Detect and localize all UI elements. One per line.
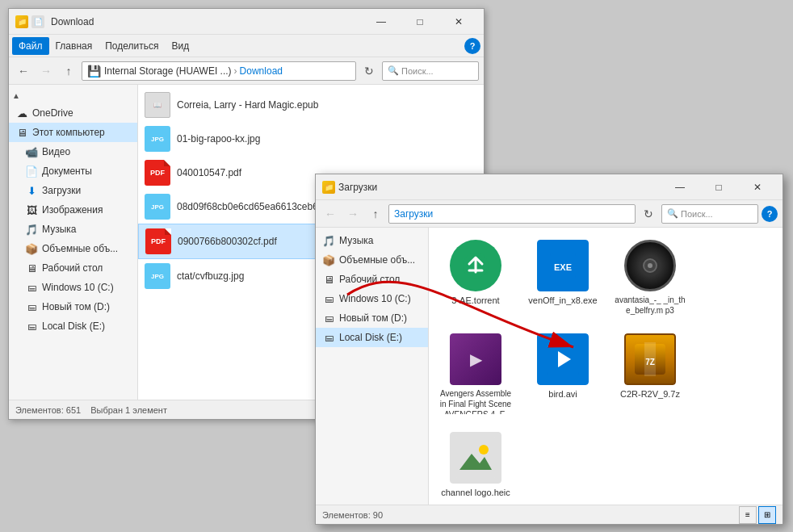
avi-icon xyxy=(537,333,589,385)
search-icon-2: 🔍 xyxy=(667,208,678,219)
sidebar2-e[interactable]: 🖴 Local Disk (E:) xyxy=(316,328,428,347)
close-btn-1[interactable]: ✕ xyxy=(440,10,477,34)
pdf1-file-icon: PDF xyxy=(145,160,170,186)
minimize-btn-1[interactable]: — xyxy=(363,10,400,34)
back-btn-2[interactable]: ← xyxy=(321,204,340,224)
grid-item-video[interactable]: Avengers Assemble in Final Fight Scene -… xyxy=(435,328,516,420)
sidebar2-desktop[interactable]: 🖥 Рабочий стол xyxy=(316,270,428,289)
sidebar2-label-music: Музыка xyxy=(339,235,373,246)
grid-item-rar[interactable]: 7Z C2R-R2V_9.7z xyxy=(610,328,690,420)
menu-bar-1: Файл Главная Поделиться Вид ? xyxy=(9,35,484,57)
up-btn-1[interactable]: ↑ xyxy=(59,61,78,81)
menu-home[interactable]: Главная xyxy=(49,37,99,55)
grid-view-btn[interactable]: ⊞ xyxy=(758,506,776,524)
search-box-2[interactable]: 🔍 Поиск... xyxy=(661,204,758,224)
list-view-btn[interactable]: ≡ xyxy=(739,506,757,524)
docs-icon: 📄 xyxy=(25,165,38,178)
sidebar-video[interactable]: 📹 Видео xyxy=(9,142,137,161)
sidebar-label-docs: Документы xyxy=(42,165,92,177)
sidebar-d-drive[interactable]: 🖴 Новый том (D:) xyxy=(9,297,137,316)
menu-view[interactable]: Вид xyxy=(165,37,195,55)
sidebar2-d[interactable]: 🖴 Новый том (D:) xyxy=(316,308,428,328)
sidebar-label-desktop: Рабочий стол xyxy=(42,262,103,274)
sidebar2-c[interactable]: 🖴 Windows 10 (C:) xyxy=(316,289,428,308)
epub-file-icon: 📖 xyxy=(145,92,170,118)
sidebar-downloads[interactable]: ⬇ Загрузки xyxy=(9,181,137,200)
grid-item-mp3[interactable]: avantasia_-_ _in_the_belfry.m p3 xyxy=(610,234,690,321)
status-bar-2: Элементов: 90 ≡ ⊞ xyxy=(316,505,783,524)
help-btn-1[interactable]: ? xyxy=(464,38,480,54)
sidebar-label-d: Новый том (D:) xyxy=(42,301,110,312)
view-toggle-2: ≡ ⊞ xyxy=(739,506,776,524)
svg-text:7Z: 7Z xyxy=(645,358,655,367)
minimize-btn-2[interactable]: — xyxy=(661,175,699,199)
address-path-1[interactable]: 💾 Internal Storage (HUAWEI ...) › Downlo… xyxy=(82,61,356,81)
help-btn-2[interactable]: ? xyxy=(762,206,778,222)
address-bar-1: ← → ↑ 💾 Internal Storage (HUAWEI ...) › … xyxy=(9,57,484,85)
status-selected-1: Выбран 1 элемент xyxy=(90,405,167,415)
sidebar-images[interactable]: 🖼 Изображения xyxy=(9,200,137,220)
forward-btn-2[interactable]: → xyxy=(343,204,363,224)
file-item-epub[interactable]: 📖 Correia, Larry - Hard Magic.epub xyxy=(138,88,484,122)
forward-btn-1[interactable]: → xyxy=(36,61,56,81)
refresh-btn-2[interactable]: ↻ xyxy=(639,204,658,224)
window2-controls: — □ ✕ xyxy=(661,175,776,199)
refresh-btn-1[interactable]: ↻ xyxy=(359,61,379,81)
sidebar-e-drive[interactable]: 🖴 Local Disk (E:) xyxy=(9,316,137,336)
search-box-1[interactable]: 🔍 Поиск... xyxy=(382,61,479,81)
grid-item-exe[interactable]: EXE venOff_in_x8.exe xyxy=(522,234,603,321)
d-icon-2: 🖴 xyxy=(322,312,335,325)
sidebar-computer[interactable]: 🖥 Этот компьютер xyxy=(9,123,137,142)
menu-file[interactable]: Файл xyxy=(12,37,49,55)
file-name-epub: Correia, Larry - Hard Magic.epub xyxy=(177,99,318,111)
sidebar-docs[interactable]: 📄 Документы xyxy=(9,161,137,181)
address-path-2[interactable]: Загрузки xyxy=(388,204,636,224)
path-w2: Загрузки xyxy=(394,208,433,220)
3d-icon: 📦 xyxy=(25,242,38,255)
maximize-btn-1[interactable]: □ xyxy=(401,10,438,34)
torrent-icon xyxy=(450,240,501,291)
storage-icon: 💾 xyxy=(87,65,101,77)
back-btn-1[interactable]: ← xyxy=(14,61,33,81)
sidebar2-music[interactable]: 🎵 Музыка xyxy=(316,231,428,250)
sidebar-onedrive[interactable]: ☁ OneDrive xyxy=(9,103,137,123)
grid-item-heic[interactable]: channel logo.heic xyxy=(435,426,516,504)
sidebar-1: ▲ ☁ OneDrive 🖥 Этот компьютер 📹 Видео 📄 … xyxy=(9,85,138,400)
sidebar-music[interactable]: 🎵 Музыка xyxy=(9,220,137,239)
status-count-2: Элементов: 90 xyxy=(322,510,383,520)
grid-label-video: Avengers Assemble in Final Fight Scene -… xyxy=(439,388,512,414)
menu-share[interactable]: Поделиться xyxy=(99,37,165,55)
sidebar-expand-arrow[interactable]: ▲ xyxy=(9,88,137,103)
svg-rect-8 xyxy=(455,438,496,478)
e-icon-2: 🖴 xyxy=(322,331,335,344)
pdf2-file-icon: PDF xyxy=(145,228,171,254)
window1-controls: — □ ✕ xyxy=(363,10,477,34)
grid-item-torrent[interactable]: 3-AE.torrent xyxy=(435,234,516,321)
sidebar-label-music: Музыка xyxy=(42,224,76,235)
folder-icon-2: 📁 xyxy=(322,181,335,194)
sidebar-desktop[interactable]: 🖥 Рабочий стол xyxy=(9,258,137,278)
jpg2-file-icon: JPG xyxy=(145,194,170,220)
window2-title: Загрузки xyxy=(338,182,661,193)
d-drive-icon: 🖴 xyxy=(25,300,38,313)
sidebar2-label-e: Local Disk (E:) xyxy=(339,332,402,343)
up-btn-2[interactable]: ↑ xyxy=(366,204,385,224)
heic-icon xyxy=(450,432,501,484)
desktop-icon: 🖥 xyxy=(25,262,38,274)
sidebar-label-c: Windows 10 (C:) xyxy=(42,282,114,293)
file-item-jpg1[interactable]: JPG 01-big-rapoo-kx.jpg xyxy=(138,122,484,156)
sidebar-3d[interactable]: 📦 Объемные объ... xyxy=(9,239,137,258)
downloads-icon: ⬇ xyxy=(25,184,38,197)
grid-label-rar: C2R-R2V_9.7z xyxy=(620,388,680,400)
3d-icon-2: 📦 xyxy=(322,253,335,266)
search-placeholder-1: Поиск... xyxy=(401,66,434,76)
sidebar2-3d[interactable]: 📦 Объемные объ... xyxy=(316,250,428,270)
grid-item-avi[interactable]: bird.avi xyxy=(522,328,603,420)
maximize-btn-2[interactable]: □ xyxy=(700,175,737,199)
window2: 📁 Загрузки — □ ✕ ← → ↑ Загрузки ↻ 🔍 Поис… xyxy=(315,174,783,525)
svg-point-9 xyxy=(479,445,489,455)
sidebar-label-images: Изображения xyxy=(42,204,103,216)
close-btn-2[interactable]: ✕ xyxy=(739,175,776,199)
sidebar-c-drive[interactable]: 🖴 Windows 10 (C:) xyxy=(9,278,137,297)
main-area-2: 🎵 Музыка 📦 Объемные объ... 🖥 Рабочий сто… xyxy=(316,228,783,505)
